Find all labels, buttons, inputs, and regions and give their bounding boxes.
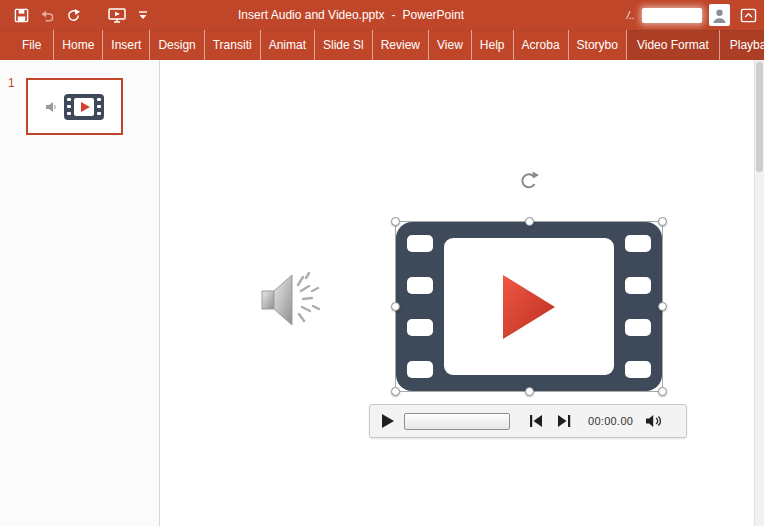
title-separator: - [392, 8, 396, 22]
tab-label: Design [158, 38, 195, 52]
audio-thumb-icon [45, 101, 57, 113]
tab-label: Insert [111, 38, 141, 52]
selection-handle-bottom-left[interactable] [391, 387, 400, 396]
tab-label: Animat [269, 38, 306, 52]
tab-label: Slide Sl [323, 38, 364, 52]
redo-button[interactable] [62, 4, 84, 26]
media-step-back-button[interactable] [528, 414, 544, 428]
selection-handle-top-left[interactable] [391, 217, 400, 226]
film-hole [407, 319, 433, 336]
tab-label: Playback [730, 38, 764, 52]
audio-clip[interactable] [254, 263, 328, 337]
tab-storyboarding[interactable]: Storybo [569, 30, 627, 60]
user-avatar-icon [712, 7, 727, 24]
scrollbar-thumb[interactable] [756, 62, 763, 172]
media-volume-button[interactable] [645, 414, 663, 428]
volume-icon [645, 414, 663, 428]
media-step-forward-button[interactable] [556, 414, 572, 428]
selection-handle-top-center[interactable] [525, 217, 534, 226]
tab-animations[interactable]: Animat [261, 30, 315, 60]
rotate-handle[interactable] [518, 170, 540, 192]
tab-transitions[interactable]: Transiti [205, 30, 261, 60]
media-time: 00:00.00 [588, 415, 633, 427]
slide-thumbnail-panel: 1 [0, 60, 160, 526]
film-screen [444, 238, 614, 375]
tab-video-format[interactable]: Video Format [627, 30, 720, 60]
main-body: 1 [0, 60, 764, 526]
account-name-redacted[interactable] [642, 8, 702, 23]
tab-label: File [22, 38, 41, 52]
tab-label: Storybo [577, 38, 618, 52]
step-back-icon [528, 414, 544, 428]
tab-review[interactable]: Review [373, 30, 429, 60]
tab-view[interactable]: View [429, 30, 472, 60]
slide-number: 1 [8, 76, 15, 90]
film-sprockets-right [625, 235, 651, 378]
tab-help[interactable]: Help [472, 30, 514, 60]
tab-label: Acroba [522, 38, 560, 52]
tab-label: Home [62, 38, 94, 52]
film-hole [407, 277, 433, 294]
tab-label: Transiti [213, 38, 252, 52]
save-icon [14, 8, 29, 23]
titlebar-right-cluster: /.. [627, 0, 759, 30]
media-seek-bar[interactable] [404, 413, 510, 430]
media-play-button[interactable] [381, 413, 395, 429]
powerpoint-window: Insert Audio and Video.pptx - PowerPoint… [0, 0, 764, 526]
film-hole [407, 235, 433, 252]
tab-label: Help [480, 38, 505, 52]
slide-canvas[interactable]: 00:00.00 [160, 60, 764, 526]
tab-label: View [437, 38, 463, 52]
film-hole [407, 361, 433, 378]
tab-insert[interactable]: Insert [103, 30, 150, 60]
selection-handle-mid-right[interactable] [658, 302, 667, 311]
film-hole [625, 319, 651, 336]
start-slideshow-button[interactable] [106, 4, 128, 26]
tab-label: Video Format [637, 38, 709, 52]
undo-icon [40, 8, 55, 23]
quick-access-toolbar [0, 0, 156, 30]
save-button[interactable] [10, 4, 32, 26]
window-title: Insert Audio and Video.pptx - PowerPoint [238, 0, 464, 30]
slide-thumbnail[interactable] [26, 78, 123, 135]
rotate-handle-icon [518, 170, 540, 192]
tab-file[interactable]: File [10, 30, 54, 60]
film-hole [625, 235, 651, 252]
selection-handle-bottom-center[interactable] [525, 387, 534, 396]
customize-qat-button[interactable] [132, 4, 154, 26]
vertical-scrollbar[interactable] [754, 60, 764, 526]
film-sprockets-left [407, 235, 433, 378]
audio-clip-icon [254, 263, 328, 337]
title-bar: Insert Audio and Video.pptx - PowerPoint… [0, 0, 764, 30]
redo-icon [66, 8, 81, 23]
media-control-bar: 00:00.00 [369, 404, 687, 438]
slideshow-icon [108, 7, 126, 23]
tab-playback[interactable]: Playback [720, 30, 764, 60]
account-avatar[interactable] [709, 4, 730, 26]
video-selection [396, 222, 662, 391]
document-title: Insert Audio and Video.pptx [238, 8, 385, 22]
ribbon-display-options-button[interactable] [737, 4, 759, 26]
video-thumb-icon [64, 94, 104, 120]
selection-handle-mid-left[interactable] [391, 302, 400, 311]
video-play-icon [500, 272, 558, 342]
selection-handle-bottom-right[interactable] [658, 387, 667, 396]
video-clip[interactable] [396, 222, 662, 391]
app-name: PowerPoint [403, 8, 464, 22]
selection-handle-top-right[interactable] [658, 217, 667, 226]
ribbon-tab-bar: File Home Insert Design Transiti Animat … [0, 30, 764, 60]
play-icon [381, 413, 395, 429]
account-scribble: /.. [627, 10, 635, 21]
film-hole [625, 277, 651, 294]
step-forward-icon [556, 414, 572, 428]
tab-acrobat[interactable]: Acroba [514, 30, 569, 60]
tab-design[interactable]: Design [150, 30, 204, 60]
tab-slide-show[interactable]: Slide Sl [315, 30, 373, 60]
tab-label: Review [381, 38, 420, 52]
qat-menu-icon [137, 9, 149, 21]
undo-button[interactable] [36, 4, 58, 26]
ribbon-display-options-icon [740, 8, 757, 23]
tab-home[interactable]: Home [54, 30, 103, 60]
film-hole [625, 361, 651, 378]
